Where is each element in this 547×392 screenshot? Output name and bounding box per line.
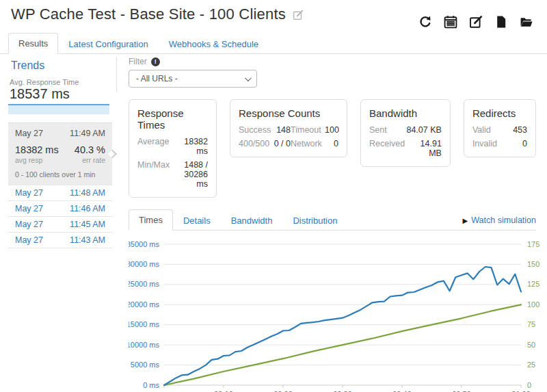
chart-tab-times[interactable]: Times [129,209,173,231]
page-header: WP Cache Test - Base Site - 100 Clients [0,0,547,29]
stat-value: 100 [325,125,339,135]
run-date: May 27 [15,129,43,138]
run-time: 11:45 AM [70,220,105,229]
run-error-rate: 40.3 % [75,144,105,155]
stat-label: Average [137,137,176,156]
left-axis-tick-label: 25000 ms [129,280,159,288]
vertical-divider [116,57,117,92]
stat-label: Received [369,139,412,158]
trend-run-item[interactable]: May 2711:45 AM [8,216,112,232]
card-title: Redirects [472,107,527,119]
folder-open-icon[interactable] [520,15,533,29]
run-time: 11:46 AM [70,204,105,213]
trend-run-items: May 2711:48 AMMay 2711:46 AMMay 2711:45 … [8,185,112,248]
left-axis-tick-label: 5000 ms [131,361,160,369]
watch-simulation-label: Watch simulation [471,215,536,225]
file-icon[interactable] [494,15,508,29]
stat-label: Success [239,125,271,135]
card-title: Response Counts [239,107,338,119]
chart-tab-bandwidth[interactable]: Bandwidth [221,210,283,231]
left-axis-tick-label: 10000 ms [129,341,159,349]
right-axis-tick-label: 75 [527,320,535,328]
trend-run-item[interactable]: May 2711:46 AM [8,200,112,216]
trend-run-selected[interactable]: May 27 11:49 AM 18382 ms 40.3 % avg resp… [8,122,112,185]
run-clients-summary: 0 - 100 clients over 1 min [15,170,105,179]
times-chart: 0 ms5000 ms10000 ms15000 ms20000 ms25000… [129,236,536,392]
summary-cards: Response TimesAverage18382 msMin/Max1488… [129,99,536,198]
right-axis-tick-label: 100 [527,300,539,309]
avg-response-time-label: Avg. Response Time [8,78,118,86]
card-redirects: RedirectsValid453Invalid0 [464,99,536,157]
edit-title-icon[interactable] [293,10,304,21]
main-tabbar: ResultsLatest ConfigurationWebhooks & Sc… [0,33,547,54]
stat-label: Network [291,139,325,148]
times-line-chart: 0 ms5000 ms10000 ms15000 ms20000 ms25000… [129,236,547,392]
chart-tab-distribution[interactable]: Distribution [282,210,347,231]
stat-value: 148 [271,125,291,135]
run-time: 11:43 AM [70,235,105,245]
tab-results[interactable]: Results [8,33,58,54]
filter-label: Filter [129,57,147,66]
url-filter-selected-option: - All URLs - [136,74,178,83]
stat-row: Average18382 ms [137,137,208,156]
selected-run-arrow-icon [108,150,117,159]
stat-row: Valid453 [472,125,527,135]
avg-response-time-value: 18537 ms [8,86,118,102]
left-axis-tick-label: 35000 ms [129,240,159,248]
stat-value: 0 [522,139,527,148]
header-action-icons [418,5,536,29]
chevron-down-icon [245,75,252,81]
watch-simulation-link[interactable]: ▶ Watch simulation [463,215,536,230]
run-avg-response-label: avg resp [15,156,42,164]
url-filter-select[interactable]: - All URLs - [129,70,257,88]
stat-row: 400/5000 / 0Network0 [239,139,338,148]
left-axis-tick-label: 15000 ms [129,320,159,328]
stat-row: Success148Timeout100 [239,125,338,135]
right-axis-tick-label: 0 [527,381,531,389]
tab-latest-configuration[interactable]: Latest Configuration [58,34,158,54]
card-response-times: Response TimesAverage18382 msMin/Max1488… [129,99,217,198]
run-time: 11:48 AM [70,188,105,198]
tab-webhooks-schedule[interactable]: Webhooks & Schedule [159,34,269,54]
stat-value: 0 [325,139,338,148]
stat-value: 453 [513,125,527,135]
calendar-icon[interactable] [444,15,457,29]
stat-value: 1488 / 30286 ms [176,160,208,189]
run-date: May 27 [15,204,43,213]
stat-label: Timeout [291,125,325,135]
stat-value: 14.91 MB [412,139,442,158]
trend-run-item[interactable]: May 2711:43 AM [8,232,112,248]
stat-row: Invalid0 [472,139,527,148]
refresh-icon[interactable] [418,15,432,29]
stat-row: Sent84.07 KB [369,125,442,135]
card-title: Bandwidth [369,107,442,119]
trends-heading: Trends [8,60,118,72]
trend-run-item[interactable]: May 2711:48 AM [8,185,112,200]
trend-sparkline [8,104,109,114]
chart-tabbar: TimesDetailsBandwidthDistribution ▶ Watc… [129,209,536,231]
stat-label: Invalid [472,139,504,148]
content-area: Trends Avg. Response Time 18537 ms May 2… [0,54,547,392]
trends-sidebar: Trends Avg. Response Time 18537 ms May 2… [0,54,118,392]
trend-run-list: May 27 11:49 AM 18382 ms 40.3 % avg resp… [8,122,112,248]
chart-tab-details[interactable]: Details [173,210,221,231]
filter-info-icon[interactable]: ! [151,57,160,66]
left-axis-tick-label: 20000 ms [129,300,159,309]
card-response-counts: Response CountsSuccess148Timeout100400/5… [230,99,347,157]
right-axis-tick-label: 150 [527,260,539,268]
run-date: May 27 [15,188,43,198]
right-axis-tick-label: 50 [527,341,535,349]
compose-icon[interactable] [469,15,483,29]
run-time: 11:49 AM [70,129,105,138]
stat-label: Min/Max [137,160,176,189]
left-axis-tick-label: 30000 ms [129,260,159,268]
stat-value: 0 / 0 [271,139,291,148]
page-title: WP Cache Test - Base Site - 100 Clients [11,5,286,23]
stat-row: Min/Max1488 / 30286 ms [137,160,208,189]
stat-label: Valid [472,125,498,135]
run-error-rate-label: err rate [82,156,105,164]
right-axis-tick-label: 175 [527,240,539,248]
left-axis-tick-label: 0 ms [143,381,159,389]
stat-label: Sent [369,125,394,135]
card-bandwidth: BandwidthSent84.07 KBReceived14.91 MB [360,99,451,167]
